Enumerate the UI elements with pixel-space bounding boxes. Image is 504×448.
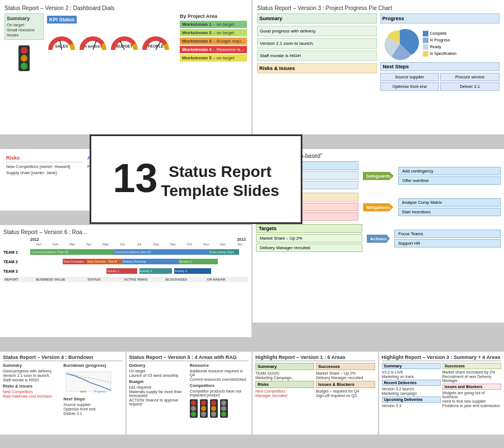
v5-title: Status Report – Version 5 : 4 Areas with… <box>129 354 249 361</box>
team2-row: TEAM 2 Team Formation Extra Services – P… <box>3 258 248 265</box>
hr1-title: Highlight Report – Version 1 : 6 Areas <box>255 354 375 361</box>
green-light <box>21 63 27 69</box>
team2-bar4: Version 2 <box>179 259 218 264</box>
main-container: Status Report – Version 2 : Dashboard Di… <box>0 0 504 448</box>
year-2013: 2013 <box>237 237 248 241</box>
panel-roadmap: Status Report – Version 6 : Roa... 2012 … <box>0 225 251 337</box>
by-project-label: By Project Area <box>180 13 247 19</box>
safeguards-items: Add contingency Offer overtime <box>398 167 501 185</box>
svg-text:PEOPLE: PEOPLE <box>148 44 164 48</box>
team1-bar3: Press Activity Stops <box>209 249 239 255</box>
gauge-sales: SALES <box>47 26 76 55</box>
hr1-left: Summary TEAM GOOD Marketing Campaign... … <box>255 363 314 398</box>
burndown-chart: Ideal Progress <box>63 369 114 394</box>
risks-col: Risks New Competitors [owner: Howard] Su… <box>4 153 85 206</box>
team1-row: TEAM 1 Communications Plan 01 Communicat… <box>3 248 248 256</box>
team1-bar1: Communications Plan 01 <box>30 249 113 255</box>
traffic-light <box>18 45 30 71</box>
summary-label: Summary <box>7 16 41 21</box>
roadmap-title: Status Report – Version 6 : Roa... <box>3 228 248 235</box>
svg-text:SALES: SALES <box>55 44 68 48</box>
svg-text:% MARKET: % MARKET <box>84 45 102 48</box>
mitigations-items: Analyse Comp Matrix Start incentives <box>398 198 501 216</box>
panel-hr1: Highlight Report – Version 1 : 6 Areas S… <box>253 352 378 435</box>
tl-delivery <box>190 399 198 418</box>
summary-item-2: Small resource issues <box>7 27 41 38</box>
v3-summary-item-2: Version 2.1 soon to launch. <box>257 38 377 49</box>
next-steps-grid: Source supplier Procure service Optimise… <box>380 73 500 91</box>
v3-summary-item-3: Staff morale is HIGH <box>257 50 377 61</box>
v3-progress: Progress Complete In <box>380 13 500 129</box>
v5-right: Resource Additional resource required in… <box>190 363 249 418</box>
tl-resource <box>210 399 218 418</box>
overlay-box: 13 Status Report Template Slides <box>90 134 302 224</box>
v3-summary: Summary Good progress with delivery. Ver… <box>257 13 377 129</box>
v4-burndown-section: Burndown (progress) Ideal Progress Next … <box>63 363 122 416</box>
pie-chart-svg <box>380 26 419 62</box>
overlay-number: 13 <box>113 158 157 198</box>
kpi-status-label: KPI Status <box>47 16 77 24</box>
mitigations-arrow: Mitigations <box>363 203 393 212</box>
team3-row: TEAM 3 Activity 1 Activity 2 Activity 3 <box>3 267 248 275</box>
v4-title: Status Report – Version 4 : Burndown <box>3 354 123 361</box>
hr3-right: Successes Market share increased by 2% R… <box>442 363 501 408</box>
pie-chart-container: Complete In Progress Ready In Specificat… <box>380 26 500 62</box>
team2-bar2: Extra Services – Plan B <box>87 259 122 264</box>
team3-bar2: Activity 2 <box>139 268 172 274</box>
workstream-2: Workstream 2 – on target <box>180 29 247 36</box>
gauge-budget: BUDGET <box>110 26 139 55</box>
team3-bar3: Activity 3 <box>174 268 211 274</box>
amber-light <box>21 55 27 62</box>
actions-items: Focus Teams Support HR <box>394 230 501 248</box>
hr3-left: Summary V3.2 is LIVE Marketing on track … <box>382 363 441 408</box>
svg-text:Progress: Progress <box>94 390 106 393</box>
hr3-title: Highlight Report – Version 3 : Summary +… <box>382 354 502 361</box>
panel-v2: Status Report – Version 2 : Dashboard Di… <box>0 0 251 134</box>
team1-bar2: Communications plan 02 <box>113 249 209 255</box>
overlay-line2: Template Slides <box>161 181 279 200</box>
panel-v5: Status Report – Version 5 : 4 Areas with… <box>127 352 252 435</box>
team2-bar1: Team Formation <box>63 259 87 264</box>
workstream-5: Workstream 5 – on target <box>180 54 247 62</box>
report-row: REPORT BUSINESS VALUE STATUS ACTIVE RISK… <box>3 277 248 282</box>
v3-title: Status Report – Version 3 : Project Prog… <box>257 4 500 11</box>
rag-traffic-lights <box>190 399 249 418</box>
team2-bar3: Delivery Norming <box>122 259 178 264</box>
overlay-line1: Status Report <box>161 162 279 181</box>
year-2012: 2012 <box>30 237 237 241</box>
safeguards-arrow: Safeguards <box>363 172 394 180</box>
panel-v4: Status Report – Version 4 : Burndown Sum… <box>0 352 125 435</box>
workstream-3: Workstream 3 – Budget requ... <box>180 38 247 45</box>
targets-row: Targets Market Share – Up 2% Delivery Ma… <box>256 224 501 253</box>
panel-hr3: Highlight Report – Version 3 : Summary +… <box>379 352 505 435</box>
v3-summary-item-1: Good progress with delivery. <box>257 26 377 36</box>
tl-budget <box>200 399 208 418</box>
team3-bar1: Activity 1 <box>106 268 137 274</box>
pie-legend: Complete In Progress Ready In Specificat… <box>423 31 456 58</box>
v2-title: Status Report – Version 2 : Dashboard Di… <box>4 4 247 11</box>
gauge-people: PEOPLE <box>141 26 170 55</box>
svg-text:BUDGET: BUDGET <box>116 44 133 48</box>
hr1-right: Successes Market Share – Up 2% Delivery … <box>316 363 375 398</box>
workstream-1: Workstream 1 – on target <box>180 21 247 28</box>
v5-left: Delivery On target Launch of V3 went smo… <box>129 363 188 418</box>
panel-v3: Status Report – Version 3 : Project Prog… <box>253 0 504 134</box>
red-light <box>21 47 27 54</box>
bottom-row: Status Report – Version 4 : Burndown Sum… <box>0 352 504 435</box>
summary-item-1: On target <box>7 22 41 27</box>
svg-text:Ideal: Ideal <box>80 390 86 393</box>
v4-summary-section: Summary Good progress with delivery. Ver… <box>3 363 62 416</box>
gauges-container: SALES % MA <box>47 26 176 55</box>
actions-arrow: Actions <box>367 235 390 243</box>
gauge-market: % MARKET <box>78 26 108 55</box>
workstream-4: Workstream 4 – Resource is... <box>180 46 247 53</box>
tl-competitors <box>220 399 228 418</box>
